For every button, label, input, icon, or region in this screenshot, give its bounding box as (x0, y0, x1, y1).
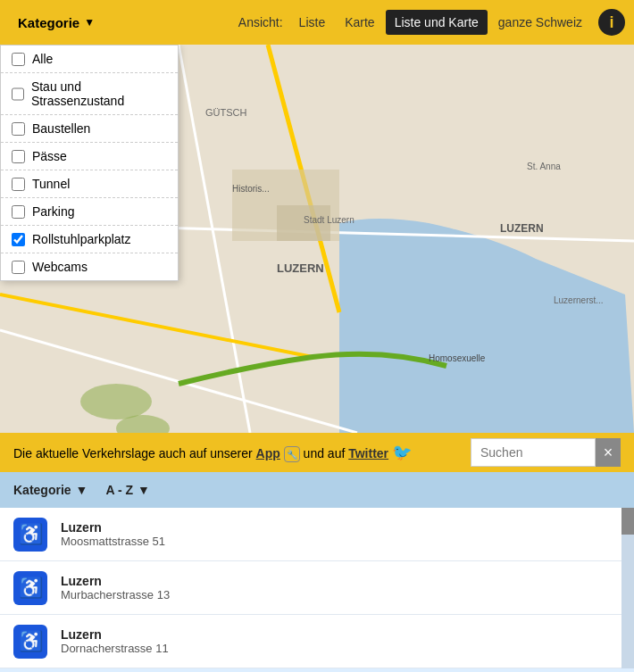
dropdown-item-tunnel[interactable]: Tunnel (1, 170, 178, 198)
list-az-chevron: ▼ (138, 483, 150, 497)
nav-liste-und-karte[interactable]: Liste und Karte (386, 10, 488, 35)
item-info-3: Luzern Dornacherstrasse 11 (61, 627, 621, 655)
kategorie-button[interactable]: Kategorie ▼ (9, 11, 104, 35)
kategorie-label: Kategorie (18, 15, 79, 30)
view-nav: Liste Karte Liste und Karte ganze Schwei… (290, 10, 591, 35)
dropdown-item-parking[interactable]: Parking (1, 198, 178, 226)
dropdown-item-paesse[interactable]: Pässe (1, 143, 178, 170)
dropdown-item-webcams[interactable]: Webcams (1, 253, 178, 280)
ansicht-label: Ansicht: (238, 15, 283, 29)
banner-text-between: und auf (304, 446, 346, 460)
checkbox-tunnel[interactable] (12, 178, 25, 191)
wheelchair-icon: ♿ (19, 630, 43, 653)
checkbox-rollstuhl[interactable] (12, 233, 25, 246)
svg-text:St. Anna: St. Anna (527, 162, 561, 171)
checkbox-parking[interactable] (12, 205, 25, 219)
dropdown-label-parking: Parking (32, 204, 74, 219)
dropdown-label-alle: Alle (32, 52, 53, 66)
nav-liste[interactable]: Liste (290, 10, 335, 35)
item-info-2: Luzern Murbacherstrasse 13 (61, 574, 621, 601)
checkbox-alle[interactable] (12, 53, 25, 66)
app-icon: 🔧 (284, 446, 300, 462)
svg-text:Luzernerst...: Luzernerst... (554, 295, 604, 305)
svg-text:GÜTSCH: GÜTSCH (205, 107, 247, 118)
list-kategorie-label: Kategorie (13, 483, 71, 497)
checkbox-stau[interactable] (12, 87, 24, 101)
list-kategorie-chevron: ▼ (76, 483, 88, 497)
svg-text:LUZERN: LUZERN (277, 261, 324, 275)
dropdown-label-webcams: Webcams (32, 260, 88, 274)
list-az-button[interactable]: A - Z ▼ (105, 483, 149, 497)
item-address-2: Murbacherstrasse 13 (61, 588, 621, 601)
search-input[interactable] (471, 438, 596, 467)
item-address-3: Dornacherstrasse 11 (61, 642, 621, 655)
scrollbar-thumb[interactable] (621, 508, 634, 535)
checkbox-webcams[interactable] (12, 261, 25, 274)
dropdown-item-rollstuhl[interactable]: Rollstuhlparkplatz (1, 226, 178, 253)
list-item[interactable]: ♿ Luzern Murbacherstrasse 13 (0, 561, 634, 615)
checkbox-baustellen[interactable] (12, 122, 25, 136)
list-item[interactable]: ♿ Luzern Dornacherstrasse 11 (0, 615, 634, 668)
kategorie-dropdown: Alle Stau und Strassenzustand Baustellen… (0, 45, 179, 281)
nav-ganze-schweiz[interactable]: ganze Schweiz (489, 10, 591, 35)
dropdown-item-stau[interactable]: Stau und Strassenzustand (1, 73, 178, 115)
list-area: Kategorie ▼ A - Z ▼ ♿ Luzern Moosmattstr… (0, 472, 634, 672)
checkbox-paesse[interactable] (12, 150, 25, 163)
svg-point-8 (80, 384, 152, 419)
map-container: GÜTSCH Historis... LUZERN Stadt Luzern L… (0, 45, 634, 433)
twitter-icon: 🐦 (392, 444, 412, 461)
svg-text:Stadt Luzern: Stadt Luzern (304, 215, 355, 225)
item-city-2: Luzern (61, 574, 621, 588)
info-banner: Die aktuelle Verkehrslage auch auf unser… (0, 433, 634, 472)
top-bar: Kategorie ▼ Ansicht: Liste Karte Liste u… (0, 0, 634, 45)
list-kategorie-button[interactable]: Kategorie ▼ (13, 483, 88, 497)
svg-text:Homosexuelle: Homosexuelle (429, 353, 486, 363)
dropdown-label-stau: Stau und Strassenzustand (31, 79, 167, 108)
item-info-1: Luzern Moosmattstrasse 51 (61, 520, 621, 548)
banner-text-before-app: Die aktuelle Verkehrslage auch auf unser… (13, 446, 253, 460)
item-city-3: Luzern (61, 627, 621, 642)
svg-text:LUZERN: LUZERN (500, 222, 544, 235)
twitter-link[interactable]: Twitter (348, 446, 388, 460)
item-icon-2: ♿ (13, 571, 47, 605)
info-button[interactable]: i (598, 9, 625, 36)
dropdown-item-baustellen[interactable]: Baustellen (1, 115, 178, 143)
dropdown-label-rollstuhl: Rollstuhlparkplatz (32, 232, 131, 246)
list-header: Kategorie ▼ A - Z ▼ (0, 472, 634, 508)
info-icon: i (609, 13, 613, 32)
scrollbar-track[interactable] (621, 508, 634, 668)
banner-text: Die aktuelle Verkehrslage auch auf unser… (13, 443, 465, 462)
wheelchair-icon: ♿ (19, 577, 43, 600)
search-close-button[interactable]: × (596, 438, 621, 467)
search-box: × (471, 438, 621, 467)
close-icon: × (604, 444, 613, 462)
wheelchair-icon: ♿ (19, 523, 43, 546)
list-items-container: ♿ Luzern Moosmattstrasse 51 ♿ Luzern Mur… (0, 508, 634, 668)
dropdown-label-tunnel: Tunnel (32, 177, 70, 191)
chevron-down-icon: ▼ (84, 16, 95, 29)
app-link[interactable]: App (256, 446, 280, 460)
item-icon-3: ♿ (13, 625, 47, 659)
item-city-1: Luzern (61, 520, 621, 535)
dropdown-label-baustellen: Baustellen (32, 121, 90, 136)
svg-text:Historis...: Historis... (232, 184, 270, 194)
dropdown-item-alle[interactable]: Alle (1, 46, 178, 73)
list-item[interactable]: ♿ Luzern Moosmattstrasse 51 (0, 508, 634, 561)
item-address-1: Moosmattstrasse 51 (61, 535, 621, 548)
dropdown-label-paesse: Pässe (32, 149, 67, 163)
nav-karte[interactable]: Karte (336, 10, 383, 35)
list-az-label: A - Z (105, 483, 133, 497)
item-icon-1: ♿ (13, 518, 47, 552)
